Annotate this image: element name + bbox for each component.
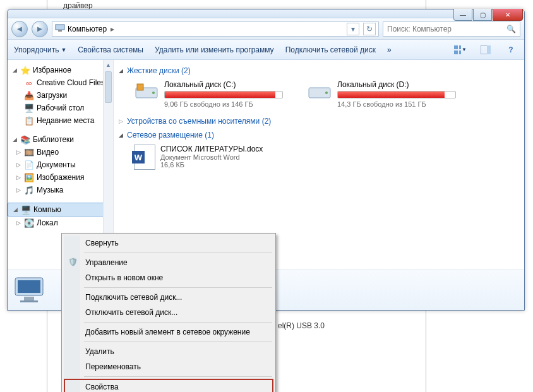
shield-icon: 🛡️ [68,257,78,267]
word-document-icon: W [134,145,155,170]
cloud-icon: ∞ [24,78,34,88]
view-options-button[interactable]: ▼ [453,43,467,57]
drive-c-usage-bar [164,91,283,98]
video-icon: 🎞️ [24,147,34,157]
system-properties-button[interactable]: Свойства системы [78,45,143,54]
organize-menu[interactable]: Упорядочить▼ [14,45,66,54]
svg-point-10 [152,92,155,94]
svg-point-12 [325,92,328,94]
sidebar-item-video[interactable]: ▷🎞️Видео [8,146,113,158]
sidebar-item-desktop[interactable]: 🖥️Рабочий стол [8,102,113,114]
refresh-button[interactable]: ↻ [363,23,376,35]
svg-rect-15 [24,297,34,300]
svg-rect-7 [487,45,491,54]
drive-d-name: Локальный диск (D:) [337,80,466,89]
search-placeholder: Поиск: Компьютер [387,25,452,33]
context-menu: Свернуть 🛡️ Управление Открыть в новом о… [61,233,276,392]
bg-text-usb: el(R) USB 3.0 [278,321,325,330]
computer-icon [55,23,65,35]
drive-c[interactable]: Локальный диск (C:) 9,06 ГБ свободно из … [134,80,293,108]
drive-d-usage-bar [337,91,456,98]
minimize-button[interactable]: — [453,9,472,21]
music-icon: 🎵 [24,185,34,195]
help-button[interactable]: ? [504,43,518,57]
svg-rect-16 [20,300,38,302]
drive-c-freespace: 9,06 ГБ свободно из 146 ГБ [164,100,293,108]
svg-rect-2 [454,45,458,49]
sidebar-item-documents[interactable]: ▷📄Документы [8,158,113,171]
address-dropdown-button[interactable]: ▾ [347,23,359,35]
toolbar-overflow[interactable]: » [387,45,392,54]
svg-rect-0 [56,25,64,30]
preview-pane-button[interactable] [479,43,493,57]
drive-icon [307,80,332,102]
favorites-group[interactable]: ◢ ⭐ Избранное [8,64,113,76]
sidebar-item-music[interactable]: ▷🎵Музыка [8,184,113,196]
back-button[interactable]: ◄ [11,21,28,37]
chevron-right-icon[interactable]: ▸ [111,25,114,33]
ctx-rename[interactable]: Переименовать [64,359,273,374]
scroll-thumb[interactable] [105,71,112,103]
svg-rect-1 [58,30,62,32]
ctx-delete[interactable]: Удалить [64,344,273,359]
computer-large-icon [13,275,47,306]
svg-rect-5 [459,50,461,54]
svg-rect-3 [459,45,461,49]
search-icon[interactable]: 🔍 [506,25,516,33]
svg-rect-14 [18,280,40,293]
drive-d-freespace: 14,3 ГБ свободно из 151 ГБ [337,100,466,108]
computer-label: Компью [33,205,61,214]
category-network[interactable]: ◢Сетевое размещение (1) [119,128,519,142]
sidebar-item-downloads[interactable]: 📥Загрузки [8,89,113,102]
recent-icon: 📋 [24,116,34,126]
desktop-icon: 🖥️ [24,103,34,113]
drive-icon [134,80,159,102]
file-type: Документ Microsoft Word [160,153,263,161]
documents-icon: 📄 [24,160,34,170]
category-hard-drives[interactable]: ◢Жесткие диски (2) [119,64,519,78]
map-network-drive-button[interactable]: Подключить сетевой диск [285,45,376,54]
forward-button[interactable]: ► [32,21,48,37]
titlebar[interactable]: — ▢ ✕ [8,9,524,18]
computer-icon: 🖥️ [21,205,31,215]
libraries-label: Библиотеки [33,135,74,144]
svg-rect-4 [454,50,458,54]
ctx-properties[interactable]: Свойства [64,379,273,392]
ctx-map-network-drive[interactable]: Подключить сетевой диск... [64,290,273,305]
file-name: СПИСОК ЛИТЕРАТУРЫ.docx [160,145,263,153]
sidebar-item-ccfiles[interactable]: ∞Creative Cloud Files [8,76,113,89]
nav-row: ◄ ► Компьютер ▸ ▾ ↻ Поиск: Компьютер 🔍 [8,18,524,40]
downloads-icon: 📥 [24,90,34,100]
ctx-add-network-place[interactable]: Добавить новый элемент в сетевое окружен… [64,324,273,340]
file-size: 16,6 КБ [160,161,263,169]
scroll-up-button[interactable]: ▲ [104,60,113,70]
ctx-manage[interactable]: 🛡️ Управление [64,255,273,270]
ctx-open-new-window[interactable]: Открыть в новом окне [64,270,273,285]
breadcrumb-root[interactable]: Компьютер [68,25,107,33]
ctx-disconnect-network-drive[interactable]: Отключить сетевой диск... [64,305,273,320]
sidebar-item-pictures[interactable]: ▷🖼️Изображения [8,171,113,184]
favorites-label: Избранное [33,66,71,74]
network-file[interactable]: W СПИСОК ЛИТЕРАТУРЫ.docx Документ Micros… [119,142,519,172]
maximize-button[interactable]: ▢ [473,9,492,21]
sidebar-item-recent[interactable]: 📋Недавние места [8,114,113,127]
sidebar-item-localdisk[interactable]: ▷💽Локал [8,217,113,229]
libraries-icon: 📚 [20,134,30,145]
toolbar: Упорядочить▼ Свойства системы Удалить ил… [8,40,524,60]
pictures-icon: 🖼️ [24,172,34,182]
search-input[interactable]: Поиск: Компьютер 🔍 [383,21,520,37]
address-bar[interactable]: Компьютер ▸ ▾ ↻ [52,21,379,37]
drive-icon: 💽 [24,218,34,228]
category-removable[interactable]: ▷Устройства со съемными носителями (2) [119,114,519,128]
uninstall-program-button[interactable]: Удалить или изменить программу [155,45,274,54]
libraries-group[interactable]: ◢ 📚 Библиотеки [8,133,113,146]
ctx-collapse[interactable]: Свернуть [64,235,273,251]
svg-rect-9 [137,84,143,90]
drive-d[interactable]: Локальный диск (D:) 14,3 ГБ свободно из … [307,80,466,108]
sidebar-item-computer[interactable]: ◢ 🖥️ Компью [8,203,113,217]
drive-c-name: Локальный диск (C:) [164,80,293,89]
star-icon: ⭐ [20,65,30,75]
close-button[interactable]: ✕ [493,9,523,21]
